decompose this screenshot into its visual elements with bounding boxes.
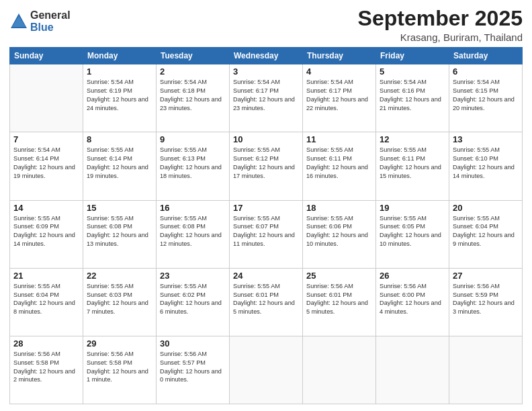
calendar-cell: 21Sunrise: 5:55 AM Sunset: 6:04 PM Dayli…	[10, 268, 83, 336]
day-number: 29	[87, 338, 152, 349]
day-number: 4	[306, 66, 372, 77]
title-area: September 2025 Krasang, Buriram, Thailan…	[358, 7, 523, 43]
day-info: Sunrise: 5:55 AM Sunset: 6:04 PM Dayligh…	[13, 282, 79, 317]
calendar-cell	[10, 64, 83, 132]
col-wednesday: Wednesday	[230, 48, 303, 64]
day-info: Sunrise: 5:55 AM Sunset: 6:05 PM Dayligh…	[380, 214, 445, 249]
location: Krasang, Buriram, Thailand	[358, 32, 523, 43]
day-info: Sunrise: 5:55 AM Sunset: 6:12 PM Dayligh…	[233, 146, 299, 181]
col-sunday: Sunday	[10, 48, 83, 64]
day-number: 7	[13, 134, 79, 144]
calendar-cell: 9Sunrise: 5:55 AM Sunset: 6:13 PM Daylig…	[157, 132, 230, 200]
day-number: 26	[380, 271, 445, 281]
day-number: 19	[380, 203, 445, 213]
day-number: 5	[380, 66, 445, 77]
day-info: Sunrise: 5:56 AM Sunset: 5:57 PM Dayligh…	[160, 350, 226, 385]
day-number: 21	[13, 271, 79, 281]
day-number: 14	[13, 203, 79, 213]
calendar-week-row-3: 21Sunrise: 5:55 AM Sunset: 6:04 PM Dayli…	[10, 268, 523, 336]
calendar-cell	[449, 336, 523, 404]
day-info: Sunrise: 5:55 AM Sunset: 6:04 PM Dayligh…	[453, 214, 519, 249]
logo-general: General	[30, 9, 71, 21]
day-info: Sunrise: 5:55 AM Sunset: 6:02 PM Dayligh…	[160, 282, 226, 317]
calendar-cell: 11Sunrise: 5:55 AM Sunset: 6:11 PM Dayli…	[303, 132, 376, 200]
day-number: 13	[453, 134, 519, 144]
day-number: 16	[160, 203, 226, 213]
calendar-header-row: Sunday Monday Tuesday Wednesday Thursday…	[10, 48, 523, 64]
calendar-cell: 13Sunrise: 5:55 AM Sunset: 6:10 PM Dayli…	[449, 132, 523, 200]
day-info: Sunrise: 5:56 AM Sunset: 6:00 PM Dayligh…	[380, 282, 445, 317]
calendar-cell: 27Sunrise: 5:56 AM Sunset: 5:59 PM Dayli…	[449, 268, 523, 336]
day-info: Sunrise: 5:55 AM Sunset: 6:07 PM Dayligh…	[233, 214, 299, 249]
day-number: 24	[233, 271, 299, 281]
day-number: 12	[380, 134, 445, 144]
logo: General Blue	[9, 9, 71, 33]
day-number: 25	[306, 271, 372, 281]
calendar-cell	[376, 336, 449, 404]
calendar-cell: 14Sunrise: 5:55 AM Sunset: 6:09 PM Dayli…	[10, 200, 83, 268]
calendar-cell: 6Sunrise: 5:54 AM Sunset: 6:15 PM Daylig…	[449, 64, 523, 132]
logo-blue: Blue	[30, 21, 71, 34]
svg-marker-1	[12, 16, 26, 27]
calendar-cell: 15Sunrise: 5:55 AM Sunset: 6:08 PM Dayli…	[83, 200, 157, 268]
col-friday: Friday	[376, 48, 449, 64]
calendar-week-row-2: 14Sunrise: 5:55 AM Sunset: 6:09 PM Dayli…	[10, 200, 523, 268]
day-info: Sunrise: 5:55 AM Sunset: 6:06 PM Dayligh…	[306, 214, 372, 249]
calendar-table: Sunday Monday Tuesday Wednesday Thursday…	[9, 47, 523, 404]
day-info: Sunrise: 5:55 AM Sunset: 6:11 PM Dayligh…	[306, 146, 372, 181]
col-saturday: Saturday	[449, 48, 523, 64]
calendar-cell: 10Sunrise: 5:55 AM Sunset: 6:12 PM Dayli…	[230, 132, 303, 200]
day-number: 27	[453, 271, 519, 281]
day-number: 9	[160, 134, 226, 144]
calendar-cell	[230, 336, 303, 404]
calendar-week-row-4: 28Sunrise: 5:56 AM Sunset: 5:58 PM Dayli…	[10, 336, 523, 404]
day-info: Sunrise: 5:56 AM Sunset: 5:58 PM Dayligh…	[87, 350, 152, 385]
calendar-week-row-1: 7Sunrise: 5:54 AM Sunset: 6:14 PM Daylig…	[10, 132, 523, 200]
day-number: 17	[233, 203, 299, 213]
calendar-cell: 24Sunrise: 5:55 AM Sunset: 6:01 PM Dayli…	[230, 268, 303, 336]
calendar-cell: 28Sunrise: 5:56 AM Sunset: 5:58 PM Dayli…	[10, 336, 83, 404]
day-number: 23	[160, 271, 226, 281]
day-number: 11	[306, 134, 372, 144]
day-info: Sunrise: 5:54 AM Sunset: 6:18 PM Dayligh…	[160, 78, 226, 113]
day-number: 8	[87, 134, 152, 144]
day-info: Sunrise: 5:54 AM Sunset: 6:17 PM Dayligh…	[306, 78, 372, 113]
calendar-cell: 18Sunrise: 5:55 AM Sunset: 6:06 PM Dayli…	[303, 200, 376, 268]
day-info: Sunrise: 5:56 AM Sunset: 5:59 PM Dayligh…	[453, 282, 519, 317]
logo-text: General Blue	[30, 9, 71, 33]
day-number: 18	[306, 203, 372, 213]
day-number: 30	[160, 338, 226, 349]
calendar-cell: 23Sunrise: 5:55 AM Sunset: 6:02 PM Dayli…	[157, 268, 230, 336]
day-number: 15	[87, 203, 152, 213]
calendar-cell: 3Sunrise: 5:54 AM Sunset: 6:17 PM Daylig…	[230, 64, 303, 132]
day-info: Sunrise: 5:55 AM Sunset: 6:08 PM Dayligh…	[160, 214, 226, 249]
day-info: Sunrise: 5:55 AM Sunset: 6:03 PM Dayligh…	[87, 282, 152, 317]
day-number: 3	[233, 66, 299, 77]
day-number: 6	[453, 66, 519, 77]
day-info: Sunrise: 5:56 AM Sunset: 6:01 PM Dayligh…	[306, 282, 372, 317]
day-number: 1	[87, 66, 152, 77]
calendar-cell: 2Sunrise: 5:54 AM Sunset: 6:18 PM Daylig…	[157, 64, 230, 132]
calendar-cell: 8Sunrise: 5:55 AM Sunset: 6:14 PM Daylig…	[83, 132, 157, 200]
day-info: Sunrise: 5:55 AM Sunset: 6:11 PM Dayligh…	[380, 146, 445, 181]
calendar-cell: 4Sunrise: 5:54 AM Sunset: 6:17 PM Daylig…	[303, 64, 376, 132]
col-tuesday: Tuesday	[157, 48, 230, 64]
day-number: 22	[87, 271, 152, 281]
calendar-cell: 5Sunrise: 5:54 AM Sunset: 6:16 PM Daylig…	[376, 64, 449, 132]
calendar-cell: 17Sunrise: 5:55 AM Sunset: 6:07 PM Dayli…	[230, 200, 303, 268]
day-info: Sunrise: 5:55 AM Sunset: 6:08 PM Dayligh…	[87, 214, 152, 249]
day-info: Sunrise: 5:55 AM Sunset: 6:13 PM Dayligh…	[160, 146, 226, 181]
header: General Blue September 2025 Krasang, Bur…	[9, 7, 523, 43]
day-info: Sunrise: 5:55 AM Sunset: 6:10 PM Dayligh…	[453, 146, 519, 181]
calendar-cell: 30Sunrise: 5:56 AM Sunset: 5:57 PM Dayli…	[157, 336, 230, 404]
calendar-cell: 20Sunrise: 5:55 AM Sunset: 6:04 PM Dayli…	[449, 200, 523, 268]
day-info: Sunrise: 5:54 AM Sunset: 6:14 PM Dayligh…	[13, 146, 79, 181]
calendar-cell: 16Sunrise: 5:55 AM Sunset: 6:08 PM Dayli…	[157, 200, 230, 268]
day-info: Sunrise: 5:54 AM Sunset: 6:19 PM Dayligh…	[87, 78, 152, 113]
day-info: Sunrise: 5:54 AM Sunset: 6:15 PM Dayligh…	[453, 78, 519, 113]
day-number: 20	[453, 203, 519, 213]
day-info: Sunrise: 5:55 AM Sunset: 6:09 PM Dayligh…	[13, 214, 79, 249]
calendar-cell: 26Sunrise: 5:56 AM Sunset: 6:00 PM Dayli…	[376, 268, 449, 336]
day-info: Sunrise: 5:54 AM Sunset: 6:17 PM Dayligh…	[233, 78, 299, 113]
month-title: September 2025	[358, 7, 523, 30]
